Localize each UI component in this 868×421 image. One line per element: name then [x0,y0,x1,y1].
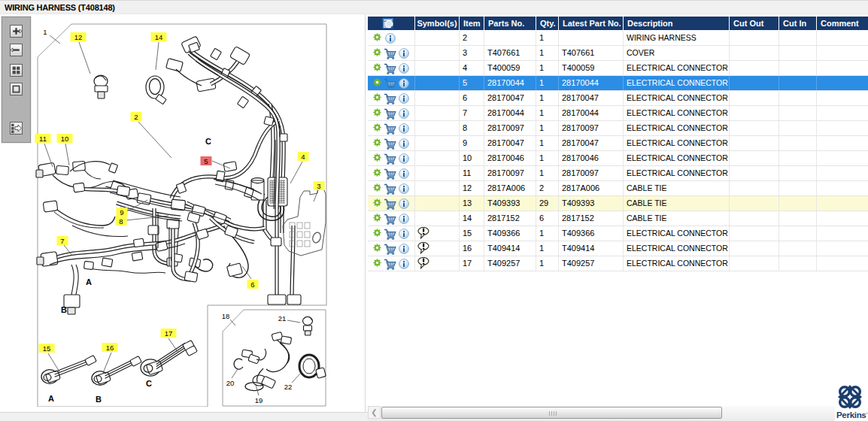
svg-text:B: B [96,395,102,404]
svg-text:2: 2 [134,113,138,121]
svg-text:6: 6 [250,280,254,289]
svg-text:17: 17 [165,329,173,338]
svg-text:20: 20 [226,379,235,387]
svg-text:19: 19 [255,396,263,404]
svg-text:A: A [86,277,92,286]
svg-text:C: C [146,379,152,388]
svg-text:11: 11 [39,135,47,143]
svg-text:12: 12 [74,33,83,41]
svg-text:10: 10 [61,135,69,143]
svg-text:3: 3 [317,182,320,190]
svg-text:A: A [48,394,54,403]
svg-text:9: 9 [120,208,123,217]
svg-text:15: 15 [43,344,51,353]
svg-text:21: 21 [278,314,287,323]
svg-text:C: C [205,137,211,146]
svg-text:8: 8 [119,217,123,226]
svg-text:16: 16 [106,344,114,352]
svg-text:18: 18 [222,312,230,320]
svg-text:5: 5 [204,157,208,165]
svg-text:7: 7 [60,237,64,245]
svg-text:1: 1 [43,28,47,36]
svg-text:22: 22 [284,383,293,391]
svg-text:14: 14 [155,33,163,41]
svg-text:4: 4 [301,153,305,161]
svg-text:B: B [61,305,67,314]
